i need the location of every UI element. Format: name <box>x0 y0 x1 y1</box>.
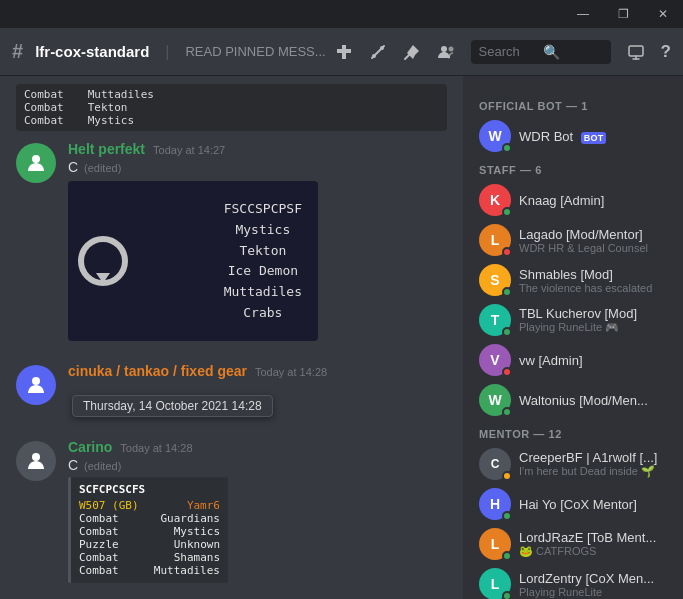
username[interactable]: cinuka / tankao / fixed gear <box>68 363 247 379</box>
minimize-button[interactable]: — <box>563 0 603 28</box>
avatar[interactable] <box>16 365 56 405</box>
close-button[interactable]: ✕ <box>643 0 683 28</box>
members-icon[interactable] <box>437 43 455 61</box>
message-header: Carino Today at 14:28 <box>68 439 447 455</box>
channel-icon[interactable] <box>335 43 353 61</box>
sidebar-user-creeperbf[interactable]: C CreeperBF | A1rwolf [...] I'm here but… <box>471 444 675 484</box>
timestamp: Today at 14:28 <box>255 366 327 378</box>
table-title: SCFCPCSCFS <box>79 483 220 496</box>
user-avatar: W <box>479 120 511 152</box>
user-info: WDR Bot BOT <box>519 129 667 144</box>
edited-label: (edited) <box>84 162 121 174</box>
table-row: Combat Tekton <box>24 101 439 114</box>
user-info: Knaag [Admin] <box>519 193 667 208</box>
user-name: LordJRazE [ToB Ment... <box>519 530 667 545</box>
user-avatar: L <box>479 528 511 560</box>
user-info: Shmables [Mod] The violence has escalate… <box>519 267 667 294</box>
user-info: Hai Yo [CoX Mentor] <box>519 497 667 512</box>
avatar[interactable] <box>16 441 56 481</box>
sidebar-user-lagado[interactable]: L Lagado [Mod/Mentor] WDR HR & Legal Cou… <box>471 220 675 260</box>
help-icon[interactable]: ? <box>661 42 671 62</box>
status-dot <box>502 327 512 337</box>
status-dot <box>502 471 512 481</box>
bot-badge: BOT <box>581 132 607 144</box>
channel-name: lfr-cox-standard <box>35 43 149 60</box>
search-box[interactable]: Search 🔍 <box>471 40 611 64</box>
sidebar-user-lordzentry[interactable]: L LordZentry [CoX Men... Playing RuneLit… <box>471 564 675 599</box>
table-row: Combat Shamans <box>79 551 220 564</box>
user-status: I'm here but Dead inside 🌱 <box>519 465 667 478</box>
svg-point-9 <box>32 155 40 163</box>
search-placeholder: Search <box>479 44 539 59</box>
message-content: Carino Today at 14:28 C (edited) SCFCPCS… <box>68 439 447 583</box>
channel-hash-icon: # <box>12 40 23 63</box>
user-avatar: H <box>479 488 511 520</box>
sidebar-user-lordjraze[interactable]: L LordJRazE [ToB Ment... 🐸 CATFROGS <box>471 524 675 564</box>
message-text: C (edited) <box>68 457 447 473</box>
user-avatar: L <box>479 568 511 599</box>
user-name: LordZentry [CoX Men... <box>519 571 667 586</box>
status-dot <box>502 367 512 377</box>
date-divider-tooltip: Thursday, 14 October 2021 14:28 <box>72 395 273 417</box>
user-info: LordZentry [CoX Men... Playing RuneLite <box>519 571 667 598</box>
edited-label: (edited) <box>84 460 121 472</box>
message-group: Carino Today at 14:28 C (edited) SCFCPCS… <box>16 435 447 587</box>
sidebar-user-wdrbot[interactable]: W WDR Bot BOT <box>471 116 675 156</box>
sidebar-user-waltonius[interactable]: W Waltonius [Mod/Men... <box>471 380 675 420</box>
pin-icon[interactable] <box>403 43 421 61</box>
table-row: Combat Mystics <box>24 114 439 127</box>
svg-line-3 <box>405 55 409 59</box>
table-row: Combat Muttadiles <box>79 564 220 577</box>
table-row: Combat Mystics <box>79 525 220 538</box>
user-status: WDR HR & Legal Counsel <box>519 242 667 254</box>
sidebar-user-shmables[interactable]: S Shmables [Mod] The violence has escala… <box>471 260 675 300</box>
user-name: Shmables [Mod] <box>519 267 667 282</box>
slash-icon[interactable] <box>369 43 387 61</box>
table-row: W507 (GB) Yamr6 <box>79 499 220 512</box>
restore-button[interactable]: ❐ <box>603 0 643 28</box>
user-name: Hai Yo [CoX Mentor] <box>519 497 667 512</box>
svg-point-5 <box>448 46 453 51</box>
sidebar-user-knaag[interactable]: K Knaag [Admin] <box>471 180 675 220</box>
username[interactable]: Helt perfekt <box>68 141 145 157</box>
user-avatar: V <box>479 344 511 376</box>
ring-logo-icon <box>78 236 128 286</box>
status-dot <box>502 551 512 561</box>
header-divider: | <box>165 43 169 61</box>
user-name: WDR Bot BOT <box>519 129 667 144</box>
user-name: CreeperBF | A1rwolf [...] <box>519 450 667 465</box>
user-info: Waltonius [Mod/Men... <box>519 393 667 408</box>
search-icon: 🔍 <box>543 44 603 60</box>
user-name: Waltonius [Mod/Men... <box>519 393 667 408</box>
chat-area: Combat Muttadiles Combat Tekton Combat M… <box>0 76 463 599</box>
member-list-sidebar: OFFICIAL BOT — 1 W WDR Bot BOT STAFF — 6… <box>463 76 683 599</box>
embed-text: FSCCSPCPSFMysticsTektonIce DemonMuttadil… <box>224 199 302 324</box>
user-name: vw [Admin] <box>519 353 667 368</box>
avatar[interactable] <box>16 143 56 183</box>
table-row: Combat Muttadiles <box>24 88 439 101</box>
table-row: Puzzle Unknown <box>79 538 220 551</box>
user-avatar: T <box>479 304 511 336</box>
user-name: Knaag [Admin] <box>519 193 667 208</box>
user-name: TBL Kucherov [Mod] <box>519 306 667 321</box>
user-avatar: W <box>479 384 511 416</box>
svg-point-4 <box>441 46 447 52</box>
status-dot <box>502 143 512 153</box>
monitor-icon[interactable] <box>627 43 645 61</box>
svg-point-11 <box>32 453 40 461</box>
user-avatar: K <box>479 184 511 216</box>
game-image: FSCCSPCPSFMysticsTektonIce DemonMuttadil… <box>68 181 318 341</box>
section-title-mentor: MENTOR — 12 <box>471 420 675 444</box>
section-title-official-bot: OFFICIAL BOT — 1 <box>471 92 675 116</box>
status-dot <box>502 591 512 599</box>
sidebar-user-haiyo[interactable]: H Hai Yo [CoX Mentor] <box>471 484 675 524</box>
game-embed: FSCCSPCPSFMysticsTektonIce DemonMuttadil… <box>68 181 318 341</box>
svg-point-1 <box>372 54 376 58</box>
sidebar-user-tbl-kucherov[interactable]: T TBL Kucherov [Mod] Playing RuneLite 🎮 <box>471 300 675 340</box>
pinned-messages-button[interactable]: READ PINNED MESS... <box>185 44 325 59</box>
sidebar-user-vw[interactable]: V vw [Admin] <box>471 340 675 380</box>
svg-point-10 <box>32 377 40 385</box>
user-status: Playing RuneLite <box>519 586 667 598</box>
username[interactable]: Carino <box>68 439 112 455</box>
timestamp: Today at 14:27 <box>153 144 225 156</box>
